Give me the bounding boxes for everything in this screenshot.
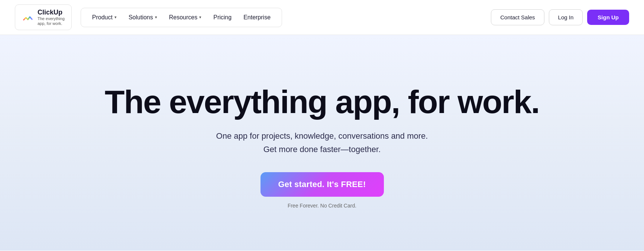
nav-item-resources[interactable]: Resources ▾ <box>164 11 207 24</box>
logo-brand: ClickUp <box>38 9 65 16</box>
logo[interactable]: ClickUp The everythingapp, for work. <box>15 4 72 30</box>
hero-subtitle-line1: One app for projects, knowledge, convers… <box>216 131 428 141</box>
nav-item-pricing[interactable]: Pricing <box>208 11 237 24</box>
contact-sales-button[interactable]: Contact Sales <box>491 9 544 25</box>
hero-subtitle-line2: Get more done faster—together. <box>263 145 381 154</box>
solutions-label: Solutions <box>129 14 153 21</box>
product-label: Product <box>92 14 113 21</box>
enterprise-label: Enterprise <box>243 14 271 21</box>
hero-disclaimer: Free Forever. No Credit Card. <box>288 203 356 209</box>
navbar: ClickUp The everythingapp, for work. Pro… <box>0 0 644 35</box>
nav-item-enterprise[interactable]: Enterprise <box>238 11 276 24</box>
hero-section: The everything app, for work. One app fo… <box>0 35 644 251</box>
nav-item-product[interactable]: Product ▾ <box>87 11 122 24</box>
resources-chevron-icon: ▾ <box>199 15 201 20</box>
hero-subtitle: One app for projects, knowledge, convers… <box>216 129 428 155</box>
nav-links: Product ▾ Solutions ▾ Resources ▾ Pricin… <box>81 8 282 27</box>
login-button[interactable]: Log In <box>549 9 583 25</box>
nav-right: Contact Sales Log In Sign Up <box>491 9 629 25</box>
solutions-chevron-icon: ▾ <box>155 15 157 20</box>
cta-button[interactable]: Get started. It's FREE! <box>260 172 384 197</box>
clickup-icon <box>22 12 34 23</box>
hero-title: The everything app, for work. <box>105 85 539 119</box>
pricing-label: Pricing <box>213 14 232 21</box>
logo-text: ClickUp The everythingapp, for work. <box>38 9 65 26</box>
nav-left: ClickUp The everythingapp, for work. Pro… <box>15 4 282 30</box>
logo-tagline: The everythingapp, for work. <box>38 16 65 26</box>
product-chevron-icon: ▾ <box>114 15 117 20</box>
signup-button[interactable]: Sign Up <box>587 10 629 25</box>
nav-item-solutions[interactable]: Solutions ▾ <box>123 11 162 24</box>
resources-label: Resources <box>169 14 197 21</box>
